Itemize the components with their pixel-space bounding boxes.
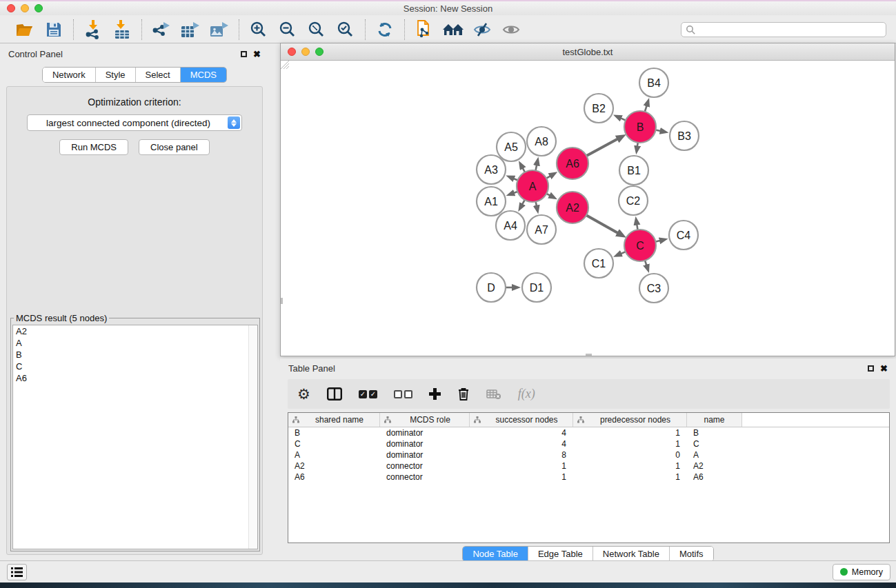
cell-name[interactable]: A6 bbox=[687, 472, 742, 482]
node-A5[interactable]: A5 bbox=[497, 132, 526, 161]
horizontal-scroll-nub[interactable] bbox=[586, 354, 592, 356]
table-row[interactable]: Bdominator41B bbox=[288, 427, 889, 438]
node-A2[interactable]: A2 bbox=[557, 192, 588, 223]
node-A6[interactable]: A6 bbox=[557, 148, 588, 179]
zoom-out-icon[interactable] bbox=[277, 19, 299, 40]
node-C3[interactable]: C3 bbox=[639, 274, 668, 303]
node-C[interactable]: C bbox=[624, 230, 656, 261]
result-item[interactable]: B bbox=[13, 349, 257, 361]
task-history-button[interactable] bbox=[7, 564, 27, 580]
cell-predecessor-nodes[interactable]: 1 bbox=[573, 461, 687, 471]
add-column-icon[interactable] bbox=[429, 388, 441, 400]
vertical-scroll-nub[interactable] bbox=[281, 298, 283, 304]
result-item[interactable]: A bbox=[13, 337, 257, 349]
result-item[interactable]: C bbox=[13, 361, 257, 372]
node-A[interactable]: A bbox=[517, 170, 548, 202]
network-zoom-button[interactable] bbox=[315, 48, 323, 56]
cell-shared-name[interactable]: A2 bbox=[288, 461, 380, 471]
show-all-eye-icon[interactable] bbox=[500, 19, 522, 40]
zoom-in-icon[interactable] bbox=[248, 19, 270, 40]
cell-name[interactable]: A bbox=[687, 450, 742, 460]
home-icon[interactable] bbox=[442, 19, 464, 40]
node-A1[interactable]: A1 bbox=[477, 187, 506, 216]
column-header-predecessor-nodes[interactable]: predecessor nodes bbox=[573, 413, 687, 427]
select-all-checkboxes-icon[interactable]: ✓✓ bbox=[359, 390, 377, 398]
cell-predecessor-nodes[interactable]: 1 bbox=[573, 439, 687, 449]
node-B1[interactable]: B1 bbox=[619, 156, 648, 185]
table-row[interactable]: A2connector11A2 bbox=[288, 460, 889, 472]
column-header-MCDS-role[interactable]: MCDS role bbox=[380, 413, 470, 427]
optimization-criterion-dropdown[interactable]: largest connected component (directed) bbox=[27, 114, 242, 131]
save-session-icon[interactable] bbox=[43, 19, 65, 40]
float-panel-icon[interactable] bbox=[241, 51, 247, 57]
search-field[interactable] bbox=[681, 22, 886, 37]
hide-selected-eye-icon[interactable] bbox=[471, 19, 493, 40]
export-table-icon[interactable] bbox=[179, 19, 201, 40]
import-table-icon[interactable] bbox=[111, 19, 133, 40]
cell-successor-nodes[interactable]: 8 bbox=[470, 450, 573, 460]
result-item[interactable]: A2 bbox=[13, 325, 257, 337]
cell-predecessor-nodes[interactable]: 1 bbox=[573, 472, 687, 482]
network-window-titlebar[interactable]: testGlobe.txt bbox=[281, 43, 895, 61]
cell-MCDS-role[interactable]: dominator bbox=[380, 439, 470, 449]
column-header-successor-nodes[interactable]: successor nodes bbox=[470, 413, 573, 427]
refresh-icon[interactable] bbox=[374, 19, 396, 40]
cell-successor-nodes[interactable]: 4 bbox=[470, 428, 573, 438]
node-table[interactable]: shared nameMCDS rolesuccessor nodesprede… bbox=[288, 412, 890, 543]
cell-MCDS-role[interactable]: connector bbox=[380, 461, 470, 471]
cell-name[interactable]: C bbox=[687, 439, 742, 449]
cell-successor-nodes[interactable]: 1 bbox=[470, 472, 573, 482]
export-network-icon[interactable] bbox=[150, 19, 172, 40]
table-tab-node-table[interactable]: Node Table bbox=[463, 547, 528, 561]
cell-predecessor-nodes[interactable]: 0 bbox=[573, 450, 687, 460]
node-C4[interactable]: C4 bbox=[669, 221, 698, 250]
tab-network[interactable]: Network bbox=[43, 68, 96, 82]
resize-grip[interactable] bbox=[281, 61, 290, 70]
cell-successor-nodes[interactable]: 4 bbox=[470, 439, 573, 449]
cell-shared-name[interactable]: C bbox=[288, 439, 380, 449]
close-table-panel-icon[interactable]: ✖ bbox=[880, 364, 888, 373]
column-layout-icon[interactable] bbox=[327, 387, 342, 401]
close-window-button[interactable] bbox=[7, 4, 15, 12]
table-row[interactable]: Cdominator41C bbox=[288, 438, 889, 449]
column-header-name[interactable]: name bbox=[687, 413, 742, 427]
close-panel-button[interactable]: Close panel bbox=[139, 139, 210, 155]
zoom-selected-icon[interactable] bbox=[335, 19, 357, 40]
tab-mcds[interactable]: MCDS bbox=[181, 68, 226, 82]
cell-name[interactable]: B bbox=[687, 428, 742, 438]
node-D1[interactable]: D1 bbox=[522, 273, 551, 302]
node-B[interactable]: B bbox=[624, 111, 656, 143]
run-mcds-button[interactable]: Run MCDS bbox=[59, 139, 128, 155]
function-builder-icon[interactable]: f(x) bbox=[518, 387, 535, 401]
delete-column-icon[interactable] bbox=[457, 387, 470, 401]
network-graph[interactable]: B4B2BB3A8A5A6A3B1AC2A1A2A4A7C4CC1DD1C3 bbox=[281, 61, 895, 356]
result-list-scrollbar[interactable] bbox=[248, 325, 257, 549]
node-A7[interactable]: A7 bbox=[527, 215, 556, 244]
zoom-window-button[interactable] bbox=[34, 4, 43, 12]
minimize-window-button[interactable] bbox=[21, 4, 29, 12]
delete-table-icon[interactable] bbox=[486, 389, 501, 400]
table-tab-motifs[interactable]: Motifs bbox=[670, 547, 713, 561]
new-session-icon[interactable] bbox=[413, 19, 435, 40]
zoom-fit-icon[interactable] bbox=[306, 19, 328, 40]
table-row[interactable]: Adominator80A bbox=[288, 449, 889, 460]
open-file-icon[interactable] bbox=[14, 19, 36, 40]
node-B3[interactable]: B3 bbox=[670, 121, 699, 150]
network-minimize-button[interactable] bbox=[301, 48, 310, 56]
tab-style[interactable]: Style bbox=[96, 68, 136, 82]
result-item[interactable]: A6 bbox=[13, 372, 257, 384]
cell-MCDS-role[interactable]: connector bbox=[380, 472, 470, 482]
mcds-result-list[interactable]: A2ABCA6 bbox=[12, 325, 258, 549]
node-B2[interactable]: B2 bbox=[584, 94, 613, 123]
cell-MCDS-role[interactable]: dominator bbox=[380, 428, 470, 438]
network-close-button[interactable] bbox=[288, 48, 296, 56]
tab-select[interactable]: Select bbox=[136, 68, 181, 82]
export-image-icon[interactable] bbox=[208, 19, 230, 40]
cell-shared-name[interactable]: A bbox=[288, 450, 380, 460]
table-row[interactable]: A6connector11A6 bbox=[288, 472, 889, 483]
cell-MCDS-role[interactable]: dominator bbox=[380, 450, 470, 460]
gear-icon[interactable]: ⚙ bbox=[297, 387, 310, 401]
import-network-icon[interactable] bbox=[82, 19, 104, 40]
memory-button[interactable]: Memory bbox=[833, 564, 890, 580]
float-table-panel-icon[interactable] bbox=[868, 365, 874, 372]
